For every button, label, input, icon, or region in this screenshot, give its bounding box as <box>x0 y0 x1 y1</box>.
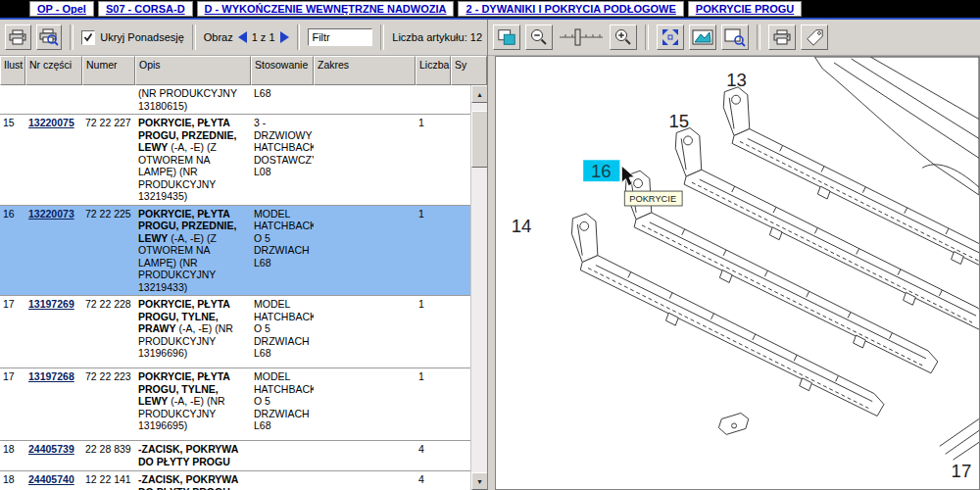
table-row[interactable]: 15 13220075 72 22 227 POKRYCIE, PŁYTA PR… <box>0 115 470 206</box>
scrollbar-track[interactable] <box>471 168 487 472</box>
catalog-number: 12 22 141 <box>82 471 135 490</box>
callout-13[interactable]: 13 <box>726 70 747 90</box>
illustration-number <box>0 85 25 114</box>
table-row[interactable]: 17 13197268 72 22 223 POKRYCIE, PŁYTA PR… <box>0 368 470 441</box>
callout-15[interactable]: 15 <box>668 110 689 130</box>
column-header-stosowanie[interactable]: Stosowanie <box>251 56 314 85</box>
scrollbar-thumb[interactable] <box>471 111 487 168</box>
printer-icon <box>773 29 791 45</box>
range-cell <box>314 368 416 440</box>
usage-cell: MODEL HATCHBACK O 5 DRZWIACH L68 <box>251 206 314 296</box>
zoom-slider[interactable] <box>558 26 605 48</box>
usage-cell: MODEL HATCHBACK O 5 DRZWIACH L68 <box>251 368 314 440</box>
callout-17[interactable]: 17 <box>952 461 972 481</box>
part-number-link[interactable]: 13220075 <box>28 117 74 128</box>
description-cell: -ZACISK, POKRYWA DO PŁYTY PROGU <box>135 471 251 490</box>
callout-14[interactable]: 14 <box>512 216 532 236</box>
parts-toolbar: Ukryj Ponadsesję Obraz 1 z 1 Liczba arty… <box>0 20 487 56</box>
quantity-cell <box>416 85 451 114</box>
catalog-number: 72 22 223 <box>82 368 135 440</box>
next-image-button[interactable] <box>280 31 289 43</box>
zoom-out-button[interactable] <box>525 24 553 50</box>
column-header-part[interactable]: Nr części <box>25 56 82 85</box>
illustration-number: 17 <box>0 368 25 440</box>
table-row[interactable]: 17 13197269 72 22 228 POKRYCIE, PŁYTA PR… <box>0 296 470 368</box>
check-icon <box>83 32 93 42</box>
column-header-numer[interactable]: Numer <box>82 56 135 85</box>
range-cell <box>314 296 416 368</box>
column-header-symbol[interactable]: Sy <box>451 56 487 85</box>
image-zoom-button[interactable] <box>721 24 749 50</box>
fit-to-window-button[interactable] <box>657 24 684 50</box>
description-cell: POKRYCIE, PŁYTA PROGU, TYLNE, LEWY (-A, … <box>135 368 251 440</box>
previous-image-button[interactable] <box>238 31 247 43</box>
description-cell: POKRYCIE, PŁYTA PROGU, TYLNE, PRAWY (-A,… <box>135 296 251 368</box>
part-number-link[interactable]: 24405739 <box>28 443 74 455</box>
column-header-ilust[interactable]: Ilust <box>0 56 25 85</box>
breadcrumb-item-model[interactable]: S07 - CORSA-D <box>98 1 193 17</box>
symbol-cell <box>451 368 470 440</box>
breadcrumb-item-subgroup[interactable]: 2 - DYWANIKI I POKRYCIA PODŁOGOWE <box>458 1 683 17</box>
clip-bracket-drawing <box>718 414 748 435</box>
usage-cell: 3 - DRZWIOWY HATCHBACK DOSTAWCZY L08 <box>251 115 314 205</box>
illustration-panel: 13 15 14 17 16 POKRYCIE <box>488 20 980 490</box>
article-count-label: Liczba artykułu: 12 <box>392 31 482 43</box>
illustration-number: 16 <box>0 206 25 296</box>
catalog-number: 72 22 228 <box>82 296 135 368</box>
symbol-cell <box>451 206 470 296</box>
toolbar-separator <box>757 24 760 50</box>
hide-supersession-label: Ukryj Ponadsesję <box>100 31 184 43</box>
zoom-in-button[interactable] <box>610 24 637 50</box>
part-number-link[interactable]: 13197268 <box>28 370 74 382</box>
breadcrumb-item-section[interactable]: POKRYCIE PROGU <box>688 1 802 17</box>
image-zoom-icon <box>724 27 746 47</box>
image-highlight-button[interactable] <box>689 24 716 50</box>
table-row-selected[interactable]: 16 13220073 72 22 225 POKRYCIE, PŁYTA PR… <box>0 206 470 297</box>
illustration-viewer[interactable]: 13 15 14 17 16 POKRYCIE <box>495 56 980 490</box>
breadcrumb-item-make[interactable]: OP - Opel <box>29 1 94 17</box>
zoom-in-icon <box>613 27 633 47</box>
part-number-link[interactable]: 24405740 <box>28 473 74 485</box>
callout-16[interactable]: 16 <box>591 161 612 181</box>
edge-part-drawing <box>940 418 979 460</box>
sill-cover-drawing: 13 15 14 17 16 POKRYCIE <box>496 57 979 489</box>
column-header-opis[interactable]: Opis <box>135 56 251 85</box>
description-cell: POKRYCIE, PŁYTA PROGU, PRZEDNIE, LEWY (-… <box>135 115 251 205</box>
table-row[interactable]: 18 24405740 12 22 141 -ZACISK, POKRYWA D… <box>0 471 470 490</box>
breadcrumb-item-group[interactable]: D - WYKOŃCZENIE WEWNĘTRZNE NADWOZIA <box>197 1 455 17</box>
table-row[interactable]: (NR PRODUKCYJNY 13180615) L68 <box>0 85 470 115</box>
illustration-number: 18 <box>0 441 25 470</box>
part-number-link[interactable]: 13220073 <box>28 208 74 220</box>
illustration-number: 15 <box>0 115 25 205</box>
catalog-number: 72 22 227 <box>82 115 135 205</box>
toolbar-separator <box>380 24 384 50</box>
parts-list-panel: Ukryj Ponadsesję Obraz 1 z 1 Liczba arty… <box>0 20 488 490</box>
hide-supersession-checkbox[interactable] <box>81 30 95 45</box>
catalog-number <box>82 85 135 114</box>
column-header-liczba[interactable]: Liczba <box>416 56 451 85</box>
part-number-link[interactable]: 13197269 <box>28 298 74 310</box>
column-header-zakres[interactable]: Zakres <box>314 56 416 85</box>
callout-tag-button[interactable] <box>801 24 828 50</box>
description-cell: (NR PRODUKCYJNY 13180615) <box>135 85 251 114</box>
symbol-cell <box>451 441 470 470</box>
tag-icon <box>805 27 824 47</box>
table-scrollbar[interactable]: ▲ ▼ <box>470 85 487 490</box>
description-cell: -ZACISK, POKRYWA DO PŁYTY PROGU <box>135 441 251 470</box>
description-cell: POKRYCIE, PŁYTA PROGU, PRZEDNIE, LEWY (-… <box>135 206 251 296</box>
scroll-up-button[interactable]: ▲ <box>471 85 487 103</box>
range-cell <box>314 441 416 470</box>
toolbar-separator <box>70 24 74 50</box>
quantity-cell: 1 <box>416 368 451 440</box>
table-body: (NR PRODUKCYJNY 13180615) L68 15 1322007… <box>0 85 487 490</box>
toolbar-separator <box>192 24 196 50</box>
selection-tool-button[interactable] <box>493 24 520 50</box>
print-button[interactable] <box>5 24 31 50</box>
usage-cell: MODEL HATCHBACK O 5 DRZWIACH L68 <box>251 296 314 368</box>
print-preview-button[interactable] <box>36 24 63 50</box>
scroll-down-button[interactable]: ▼ <box>471 472 487 490</box>
table-row[interactable]: 18 24405739 22 28 839 -ZACISK, POKRYWA D… <box>0 441 470 471</box>
viewer-print-button[interactable] <box>768 24 796 50</box>
image-label: Obraz <box>204 31 233 43</box>
filter-input[interactable] <box>308 28 372 46</box>
